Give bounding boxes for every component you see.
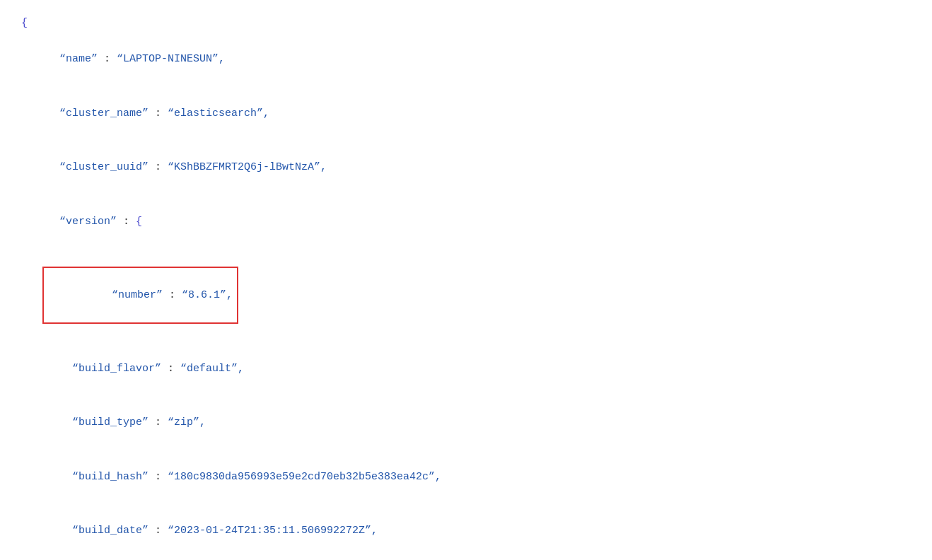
code-container: { “name” : “LAPTOP-NINESUN”, “cluster_na… [0,0,932,560]
build-hash-line: “build_hash” : “180c9830da956993e59e2cd7… [21,450,911,504]
build-flavor-line: “build_flavor” : “default”, [21,342,911,396]
build-type-value: “zip”, [168,416,206,428]
build-hash-colon: : [148,471,168,483]
number-highlight: “number” : “8.6.1”, [42,267,238,324]
build-type-key: “build_type” [47,416,148,428]
build-date-line: “build_date” : “2023-01-24T21:35:11.5069… [21,504,911,559]
cluster-uuid-line: “cluster_uuid” : “KShBBZFMRT2Q6j-lBwtNzA… [21,141,911,195]
cluster-uuid-value: “KShBBZFMRT2Q6j-lBwtNzA”, [168,161,327,173]
cluster-name-line: “cluster_name” : “elasticsearch”, [21,86,911,141]
name-value: “LAPTOP-NINESUN”, [117,53,225,65]
cluster-name-colon: : [148,107,168,119]
build-type-line: “build_type” : “zip”, [21,396,911,450]
build-hash-key: “build_hash” [47,471,148,483]
number-line: “number” : “8.6.1”, [21,249,911,342]
version-open-brace: { [136,216,142,228]
build-date-key: “build_date” [47,525,148,537]
build-flavor-key: “build_flavor” [47,363,161,375]
open-brace-line: { [21,14,911,33]
version-key: “version” [47,216,117,228]
name-key: “name” [47,53,98,65]
cluster-uuid-colon: : [148,161,168,173]
build-flavor-colon: : [161,363,180,375]
number-value: “8.6.1”, [182,289,233,301]
name-colon: : [98,53,117,65]
name-line: “name” : “LAPTOP-NINESUN”, [21,33,911,87]
build-date-colon: : [148,525,168,537]
cluster-uuid-key: “cluster_uuid” [47,161,148,173]
build-hash-value: “180c9830da956993e59e2cd70eb32b5e383ea42… [168,471,441,483]
number-colon: : [163,289,182,301]
number-key: “number” [86,289,163,301]
cluster-name-value: “elasticsearch”, [168,107,269,119]
version-colon: : [117,216,136,228]
build-date-value: “2023-01-24T21:35:11.506992272Z”, [168,525,378,537]
cluster-name-key: “cluster_name” [47,107,148,119]
build-flavor-value: “default”, [180,363,244,375]
build-type-colon: : [148,416,168,428]
version-open-line: “version” : { [21,194,911,249]
